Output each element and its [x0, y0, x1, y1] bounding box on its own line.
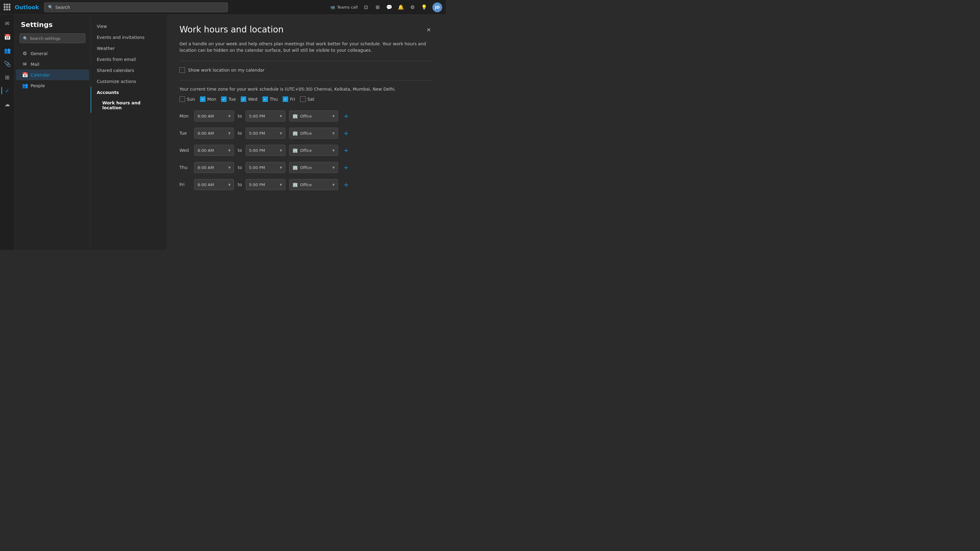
end-time-wed[interactable]: 5:00 PM ▼ [246, 145, 285, 156]
avatar[interactable]: JD [433, 2, 442, 12]
end-time-mon[interactable]: 5:00 PM ▼ [246, 111, 285, 122]
start-time-mon[interactable]: 8:00 AM ▼ [194, 111, 234, 122]
middle-item-events-invitations[interactable]: Events and invitations [91, 32, 167, 43]
close-button[interactable]: × [424, 24, 434, 34]
app-grid-button[interactable] [4, 4, 11, 11]
calendar-icon: 📅 [22, 72, 27, 78]
location-select-wed[interactable]: 🏢 Office ▼ [289, 145, 338, 156]
start-time-arrow-mon: ▼ [228, 114, 231, 118]
settings-nav-general[interactable]: ⚙ General [16, 48, 89, 59]
day-wed-checkbox[interactable] [241, 97, 246, 102]
start-time-wed[interactable]: 8:00 AM ▼ [194, 145, 234, 156]
end-time-arrow-wed: ▼ [280, 149, 282, 152]
settings-nav-mail[interactable]: ✉ Mail [16, 59, 89, 70]
search-bar[interactable]: 🔍 Search [44, 2, 228, 12]
to-label-mon: to [238, 114, 242, 119]
app-logo: Outlook [15, 4, 39, 10]
day-sun-checkbox[interactable] [180, 97, 185, 102]
location-arrow-tue: ▼ [332, 132, 335, 135]
day-checkboxes-row: Sun Mon Tue Wed Thu [180, 97, 434, 102]
schedule-rows: Mon 8:00 AM ▼ to 5:00 PM ▼ 🏢 Office ▼ + … [180, 111, 434, 190]
day-mon-checkbox[interactable] [200, 97, 205, 102]
middle-item-weather[interactable]: Weather [91, 43, 167, 54]
settings-search[interactable]: 🔍 Search settings [20, 33, 86, 43]
day-sat-label: Sat [307, 97, 315, 102]
add-slot-btn-tue[interactable]: + [342, 129, 350, 137]
location-select-fri[interactable]: 🏢 Office ▼ [289, 179, 338, 190]
feedback-icon[interactable]: 💬 [386, 4, 393, 11]
help-icon[interactable]: 💡 [421, 4, 428, 11]
settings-search-placeholder: Search settings [30, 36, 60, 41]
show-location-row: Show work location on my calendar [180, 67, 434, 73]
show-location-label: Show work location on my calendar [188, 68, 265, 73]
notifications-icon[interactable]: 🔔 [398, 4, 404, 11]
icon-sidebar: ✉ 📅 👥 📎 ⊞ ✓ ☁ [0, 15, 15, 250]
show-location-checkbox[interactable] [180, 67, 185, 73]
sidebar-item-people[interactable]: 👥 [1, 44, 13, 56]
video-icon: 📹 [330, 5, 335, 10]
sidebar-item-cloud[interactable]: ☁ [1, 98, 13, 110]
building-icon: 🏢 [293, 182, 298, 187]
location-select-mon[interactable]: 🏢 Office ▼ [289, 111, 338, 122]
sidebar-item-tasks[interactable]: ✓ [1, 84, 13, 97]
location-select-thu[interactable]: 🏢 Office ▼ [289, 162, 338, 173]
settings-nav-people[interactable]: 👥 People [16, 80, 89, 91]
middle-item-shared-calendars[interactable]: Shared calendars [91, 65, 167, 76]
sidebar-item-apps[interactable]: ⊞ [1, 71, 13, 83]
divider-2 [180, 80, 434, 81]
end-time-fri[interactable]: 5:00 PM ▼ [246, 179, 285, 190]
location-select-tue[interactable]: 🏢 Office ▼ [289, 128, 338, 139]
middle-item-events-from-email[interactable]: Events from email [91, 54, 167, 65]
start-time-fri[interactable]: 8:00 AM ▼ [194, 179, 234, 190]
to-label-thu: to [238, 165, 242, 170]
day-sat-group: Sat [300, 97, 315, 102]
day-thu-checkbox[interactable] [262, 97, 268, 102]
sidebar-item-mail[interactable]: ✉ [1, 17, 13, 29]
end-time-arrow-mon: ▼ [280, 114, 282, 118]
day-fri-label: Fri [290, 97, 295, 102]
middle-item-customize-actions[interactable]: Customize actions [91, 76, 167, 87]
present-icon[interactable]: ⊡ [363, 4, 369, 11]
day-sat-checkbox[interactable] [300, 97, 305, 102]
search-icon: 🔍 [48, 5, 53, 10]
location-arrow-mon: ▼ [332, 114, 335, 118]
to-label-fri: to [238, 182, 242, 187]
dialog: Work hours and location × Get a handle o… [167, 15, 446, 250]
middle-item-view[interactable]: View [91, 21, 167, 32]
building-icon: 🏢 [293, 114, 298, 119]
middle-panel: View Events and invitations Weather Even… [91, 15, 167, 250]
mail-icon: ✉ [22, 61, 27, 67]
schedule-day-mon: Mon [180, 114, 191, 119]
schedule-day-wed: Wed [180, 148, 191, 153]
teams-call-button[interactable]: 📹 Teams call [330, 5, 358, 10]
settings-nav-calendar[interactable]: 📅 Calendar [16, 70, 89, 80]
start-time-tue[interactable]: 8:00 AM ▼ [194, 128, 234, 139]
day-fri-checkbox[interactable] [283, 97, 288, 102]
end-time-thu[interactable]: 5:00 PM ▼ [246, 162, 285, 173]
middle-item-work-hours[interactable]: Work hours and location [91, 98, 167, 113]
day-tue-checkbox[interactable] [221, 97, 227, 102]
translate-icon[interactable]: ⊞ [374, 4, 381, 11]
start-time-arrow-fri: ▼ [228, 183, 231, 186]
day-mon-group: Mon [200, 97, 216, 102]
end-time-tue[interactable]: 5:00 PM ▼ [246, 128, 285, 139]
general-icon: ⚙ [22, 51, 27, 56]
start-time-thu[interactable]: 8:00 AM ▼ [194, 162, 234, 173]
dialog-description: Get a handle on your week and help other… [180, 41, 431, 54]
add-slot-btn-thu[interactable]: + [342, 163, 350, 172]
add-slot-btn-fri[interactable]: + [342, 180, 350, 189]
location-arrow-wed: ▼ [332, 149, 335, 152]
sidebar-item-calendar[interactable]: 📅 [1, 30, 13, 43]
dialog-title: Work hours and location [180, 24, 283, 35]
add-slot-btn-wed[interactable]: + [342, 146, 350, 155]
location-arrow-thu: ▼ [332, 166, 335, 169]
add-slot-btn-mon[interactable]: + [342, 112, 350, 120]
day-wed-label: Wed [248, 97, 258, 102]
end-time-arrow-tue: ▼ [280, 132, 282, 135]
timezone-text: Your current time zone for your work sch… [180, 87, 434, 92]
middle-item-accounts[interactable]: Accounts [91, 87, 167, 98]
schedule-day-thu: Thu [180, 165, 191, 170]
divider-1 [180, 61, 434, 61]
settings-icon[interactable]: ⚙ [409, 4, 416, 11]
sidebar-item-attachments[interactable]: 📎 [1, 57, 13, 70]
